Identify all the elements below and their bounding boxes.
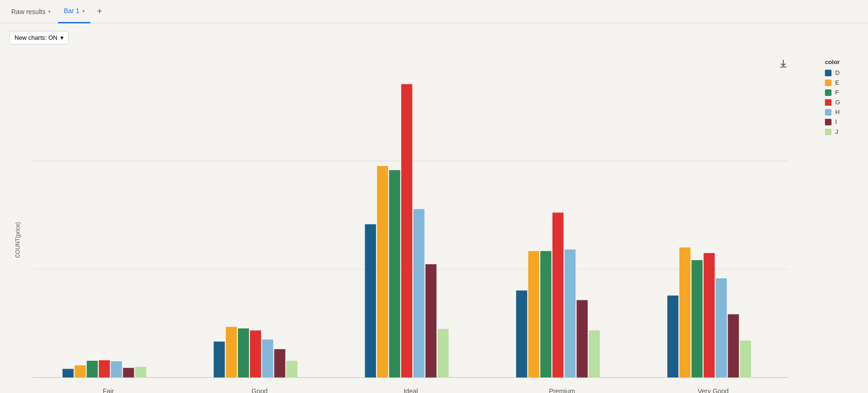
legend-label-H: H (835, 109, 839, 116)
svg-rect-42 (716, 278, 727, 378)
svg-rect-43 (728, 314, 739, 378)
legend-swatch-J (825, 129, 831, 135)
svg-rect-24 (389, 170, 400, 378)
legend-swatch-E (825, 80, 831, 86)
svg-rect-23 (377, 166, 388, 378)
svg-rect-40 (691, 260, 703, 378)
svg-rect-11 (123, 368, 134, 378)
legend-label-F: F (835, 89, 839, 96)
svg-text:Good: Good (251, 387, 267, 393)
legend-label-E: E (835, 79, 839, 86)
legend-label-J: J (835, 128, 839, 135)
svg-rect-17 (250, 330, 261, 378)
svg-text:Premium: Premium (549, 387, 575, 393)
new-charts-toggle[interactable]: New charts: ON ▾ (9, 31, 69, 44)
svg-rect-14 (213, 342, 225, 378)
svg-rect-38 (667, 296, 678, 378)
tab-bar: Raw results ▾ Bar 1 ▾ + (0, 0, 868, 23)
legend-item-F: F (825, 89, 840, 96)
chart-body: COUNT(price) 4K 2K 0 (0, 54, 868, 393)
svg-rect-27 (426, 264, 437, 378)
svg-rect-15 (226, 327, 237, 378)
svg-rect-34 (565, 249, 576, 377)
svg-rect-22 (365, 224, 376, 378)
tab-raw-results-label: Raw results (11, 8, 45, 15)
group-good: Good (213, 327, 297, 393)
chart-container: New charts: ON ▾ COUNT(price) 4K 2K (0, 23, 868, 393)
svg-rect-16 (238, 328, 249, 378)
svg-rect-28 (437, 329, 449, 378)
svg-rect-25 (401, 84, 412, 378)
svg-text:Very Good: Very Good (698, 387, 728, 393)
svg-rect-19 (274, 349, 286, 378)
svg-rect-32 (540, 251, 552, 378)
tab-bar1-label: Bar 1 (64, 7, 79, 15)
svg-rect-6 (63, 369, 74, 377)
tab-bar1-chevron: ▾ (82, 8, 85, 14)
svg-rect-33 (552, 212, 564, 377)
svg-rect-30 (516, 291, 527, 378)
legend-item-I: I (825, 118, 840, 125)
svg-text:Ideal: Ideal (404, 387, 418, 393)
svg-rect-10 (111, 361, 122, 378)
tab-bar1[interactable]: Bar 1 ▾ (58, 0, 90, 23)
new-charts-label: New charts: ON (15, 34, 58, 41)
svg-rect-39 (679, 247, 691, 378)
svg-rect-8 (87, 361, 98, 378)
svg-rect-31 (528, 251, 539, 378)
svg-rect-20 (287, 361, 298, 378)
svg-rect-18 (262, 340, 273, 378)
svg-rect-36 (588, 330, 600, 378)
legend-item-D: D (825, 69, 840, 76)
group-premium: Premium (516, 212, 600, 393)
legend-item-G: G (825, 99, 840, 106)
download-button[interactable] (778, 58, 788, 70)
group-fair: Fair (63, 360, 147, 393)
legend-item-J: J (825, 128, 840, 135)
svg-rect-26 (413, 209, 425, 378)
legend-swatch-G (825, 99, 831, 106)
legend-label-D: D (835, 69, 839, 76)
legend-swatch-H (825, 109, 831, 116)
svg-rect-41 (704, 253, 715, 378)
legend-title: color (825, 58, 840, 66)
svg-rect-7 (74, 365, 86, 378)
legend-item-H: H (825, 109, 840, 116)
bar-chart-svg: 4K 2K 0 (33, 54, 849, 393)
tab-raw-results-chevron: ▾ (48, 9, 51, 14)
toolbar: New charts: ON ▾ (0, 31, 868, 44)
legend-label-G: G (835, 99, 840, 106)
legend-label-I: I (835, 118, 837, 125)
group-ideal: Ideal (365, 84, 449, 393)
tab-raw-results[interactable]: Raw results ▾ (6, 0, 56, 23)
legend: color D E F G (825, 58, 840, 135)
y-axis-label: COUNT(price) (15, 222, 21, 258)
legend-swatch-D (825, 70, 831, 76)
legend-swatch-I (825, 119, 831, 125)
legend-swatch-F (825, 89, 831, 96)
chart-svg-area: 4K 2K 0 (33, 54, 849, 393)
legend-item-E: E (825, 79, 840, 86)
svg-rect-35 (577, 300, 588, 377)
svg-rect-12 (135, 367, 147, 378)
svg-rect-9 (99, 360, 110, 378)
svg-text:Fair: Fair (103, 387, 114, 393)
svg-rect-44 (740, 341, 751, 378)
new-charts-chevron: ▾ (60, 34, 64, 41)
add-tab-button[interactable]: + (92, 4, 107, 19)
